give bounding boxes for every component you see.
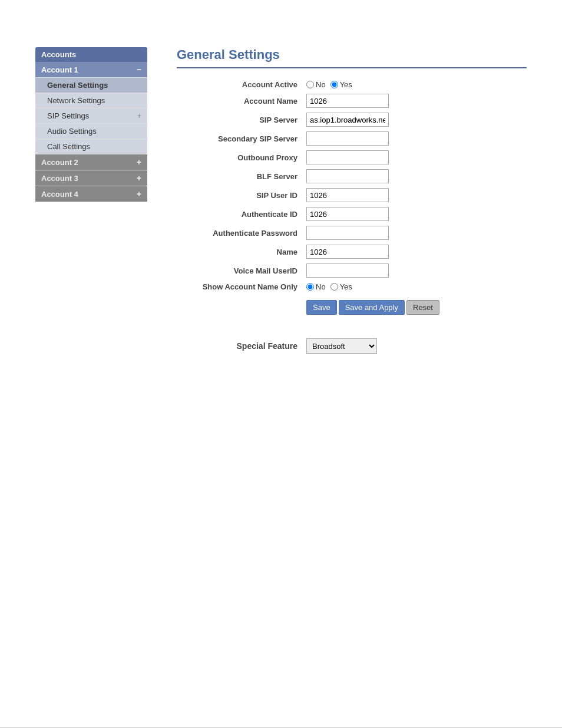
account1-label: Account 1 [41,65,78,74]
voice-mail-userid-row: Voice Mail UserID [177,263,527,278]
name-row: Name [177,245,527,259]
account-active-no-radio[interactable] [306,81,314,88]
sidebar-item-account3[interactable]: Account 3 + [35,170,147,186]
account2-label: Account 2 [41,158,78,167]
show-account-name-only-label: Show Account Name Only [177,282,306,291]
sidebar-item-general-settings[interactable]: General Settings [35,78,147,93]
show-account-name-only-row: Show Account Name Only No Yes [177,282,527,291]
show-account-name-only-radio-group: No Yes [306,282,352,291]
authenticate-password-input[interactable] [306,226,389,240]
sip-user-id-row: SIP User ID [177,188,527,202]
authenticate-id-row: Authenticate ID [177,207,527,221]
authenticate-password-row: Authenticate Password [177,226,527,240]
account-name-row: Account Name [177,94,527,108]
secondary-sip-server-label: Secondary SIP Server [177,134,306,143]
name-label: Name [177,248,306,256]
account-active-row: Account Active No Yes [177,80,527,89]
save-and-apply-button[interactable]: Save and Apply [339,300,405,315]
sidebar-item-call-settings[interactable]: Call Settings [35,139,147,154]
sidebar: Accounts Account 1 − General Settings Ne… [35,47,147,704]
sidebar-item-network-settings[interactable]: Network Settings [35,93,147,108]
blf-server-input[interactable] [306,169,389,183]
save-button[interactable]: Save [306,300,337,315]
show-account-name-only-yes-label[interactable]: Yes [330,282,352,291]
sidebar-item-account2[interactable]: Account 2 + [35,154,147,170]
account3-label: Account 3 [41,174,78,183]
voice-mail-userid-input[interactable] [306,263,389,278]
account-active-yes-label[interactable]: Yes [330,80,352,89]
special-feature-select[interactable]: Broadsoft None Other [306,338,377,354]
secondary-sip-server-input[interactable] [306,131,389,146]
sip-settings-icon: + [137,111,141,120]
outbound-proxy-row: Outbound Proxy [177,150,527,164]
account3-expand-icon: + [137,173,141,183]
voice-mail-userid-label: Voice Mail UserID [177,266,306,275]
blf-server-label: BLF Server [177,172,306,181]
sip-settings-label: SIP Settings [47,111,89,120]
form-button-row: Save Save and Apply Reset [306,300,527,315]
show-account-name-only-no-radio[interactable] [306,283,314,291]
show-account-name-only-no-label[interactable]: No [306,282,326,291]
outbound-proxy-input[interactable] [306,150,389,164]
sidebar-item-audio-settings[interactable]: Audio Settings [35,124,147,139]
outbound-proxy-label: Outbound Proxy [177,153,306,162]
show-account-name-only-no-text: No [316,282,326,291]
account-name-input[interactable] [306,94,389,108]
sidebar-item-account1[interactable]: Account 1 − [35,62,147,78]
account2-expand-icon: + [137,157,141,167]
special-feature-section: Special Feature Broadsoft None Other [177,338,527,354]
show-account-name-only-yes-radio[interactable] [330,283,338,291]
blf-server-row: BLF Server [177,169,527,183]
sidebar-item-account4[interactable]: Account 4 + [35,186,147,202]
sip-server-label: SIP Server [177,116,306,124]
account1-collapse-icon: − [137,65,141,74]
account-active-no-label[interactable]: No [306,80,326,89]
sidebar-header: Accounts [35,47,147,62]
account4-label: Account 4 [41,190,78,199]
general-settings-form: Account Active No Yes Account Name [177,80,527,315]
general-settings-label: General Settings [47,81,108,90]
sip-server-row: SIP Server [177,113,527,127]
sip-server-input[interactable] [306,113,389,127]
special-feature-label: Special Feature [177,341,306,351]
secondary-sip-server-row: Secondary SIP Server [177,131,527,146]
authenticate-id-input[interactable] [306,207,389,221]
network-settings-label: Network Settings [47,96,105,105]
sip-user-id-label: SIP User ID [177,191,306,200]
title-divider [177,67,527,68]
account-active-label: Account Active [177,80,306,89]
audio-settings-label: Audio Settings [47,127,97,136]
account-active-radio-group: No Yes [306,80,352,89]
show-account-name-only-yes-text: Yes [340,282,352,291]
sidebar-header-label: Accounts [41,50,76,59]
name-input[interactable] [306,245,389,259]
sidebar-item-sip-settings[interactable]: SIP Settings + [35,108,147,124]
account-active-yes-text: Yes [340,80,352,89]
authenticate-id-label: Authenticate ID [177,210,306,219]
account4-expand-icon: + [137,189,141,199]
call-settings-label: Call Settings [47,142,90,151]
authenticate-password-label: Authenticate Password [177,229,306,238]
account-active-no-text: No [316,80,326,89]
page-title: General Settings [177,47,527,62]
account-name-label: Account Name [177,97,306,106]
account-active-yes-radio[interactable] [330,81,338,88]
special-feature-row: Special Feature Broadsoft None Other [177,338,527,354]
reset-button[interactable]: Reset [406,300,439,315]
main-content: General Settings Account Active No Yes [159,47,527,704]
sip-user-id-input[interactable] [306,188,389,202]
